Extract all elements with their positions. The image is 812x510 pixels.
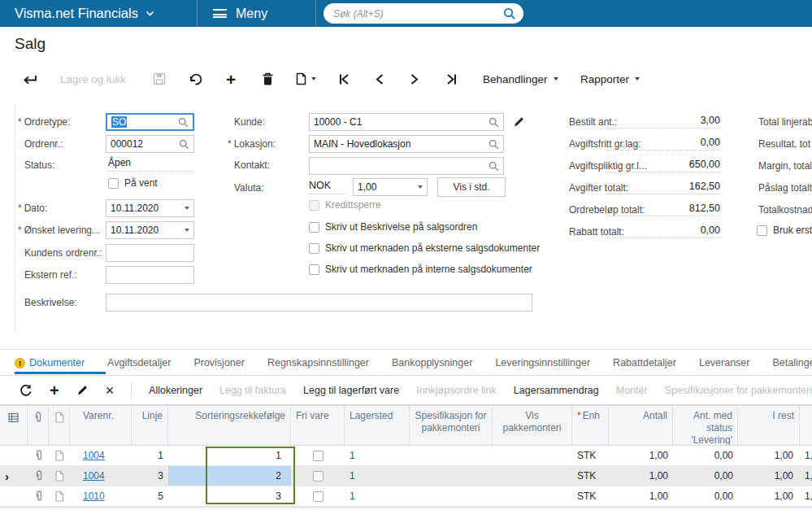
varenr-link[interactable]: 1004	[83, 450, 105, 461]
header-enh[interactable]: *Enh	[572, 406, 609, 445]
undo-icon[interactable]	[189, 70, 203, 88]
antall-cell[interactable]: 1,00	[609, 446, 673, 465]
print-internal-note-checkbox[interactable]: Skriv ut merknaden på interne salgsdokum…	[309, 264, 532, 275]
spesifikasjon-cell[interactable]	[410, 446, 493, 465]
spesifikasjoner-pakkemontering-button[interactable]: Spesifikasjoner for pakkemonteri	[665, 385, 812, 396]
copy-paste-button[interactable]	[296, 70, 316, 88]
varenr-link[interactable]: 1010	[83, 490, 105, 502]
delete-row-button[interactable]: ×	[106, 383, 115, 398]
row-selector-cell[interactable]	[0, 446, 28, 465]
save-icon[interactable]	[153, 70, 166, 88]
kundens-ordrenr-input[interactable]	[111, 247, 189, 259]
delete-icon[interactable]	[262, 70, 274, 88]
innkjopsordre-link-button[interactable]: Innkjøpsordre link	[416, 385, 497, 396]
lagersted-cell[interactable]: 1	[345, 446, 410, 465]
onsket-caret-icon[interactable]	[185, 229, 189, 232]
vis-pakkemontering-cell[interactable]	[493, 446, 572, 465]
note-icon[interactable]	[49, 446, 70, 465]
attachments-column-paperclip-icon[interactable]	[28, 406, 49, 445]
kunde-edit-pencil-icon[interactable]	[513, 116, 525, 128]
rapporter-menu-button[interactable]: Rapporter	[580, 70, 640, 88]
bruk-erstatning-checkbox-box[interactable]	[757, 225, 767, 236]
pa-vent-checkbox[interactable]: På vent	[108, 177, 158, 189]
grid-settings-icon[interactable]	[0, 406, 28, 445]
grid-row-2-selected[interactable]: › 1004 3 2 1 STK 1,00 0,00 1,00 1,00	[0, 466, 812, 486]
valuta-caret-icon[interactable]	[418, 185, 423, 189]
vis-i-std-button[interactable]: Vis i std.	[437, 177, 506, 197]
bruk-erstatning-checkbox[interactable]: Bruk erst	[757, 224, 812, 236]
kontakt-input[interactable]	[314, 160, 489, 172]
go-previous-button[interactable]	[374, 70, 384, 88]
go-first-button[interactable]	[338, 70, 350, 88]
varenr-cell[interactable]: 1004	[70, 446, 132, 465]
grid-row-1[interactable]: 1004 1 1 1 STK 1,00 0,00 1,00 1,00	[0, 446, 812, 466]
kundens-ordrenr-field[interactable]	[106, 244, 194, 262]
beskrivelse-field[interactable]	[106, 294, 532, 312]
tab-betalinger[interactable]: Betalinger	[772, 357, 812, 368]
tab-regnskapsinnstillinger[interactable]: Regnskapsinnstillinger	[267, 357, 369, 368]
grid-row-3[interactable]: 1010 5 3 1 STK 1,00 0,00 1,00 1,00	[0, 486, 812, 507]
linje-cell[interactable]: 3	[132, 466, 168, 486]
legg-til-faktura-button[interactable]: Legg til faktura	[219, 385, 286, 396]
kontakt-field[interactable]	[309, 157, 504, 175]
tab-rabattdetaljer[interactable]: Rabattdetaljer	[613, 357, 676, 368]
refresh-icon[interactable]	[20, 384, 33, 397]
tab-bankopplysninger[interactable]: Bankopplysninger	[392, 357, 472, 368]
lokasjon-lookup-icon[interactable]	[489, 139, 499, 150]
edit-row-pencil-icon[interactable]	[76, 384, 89, 396]
ordretype-lookup-icon[interactable]	[178, 117, 189, 128]
go-next-button[interactable]	[410, 70, 420, 88]
save-and-close-button[interactable]: Lagre og lukk	[60, 70, 126, 88]
header-vis-pakkemontering[interactable]: Vis pakkemonteri	[493, 406, 572, 445]
beskrivelse-input[interactable]	[111, 297, 528, 308]
tab-provisjoner[interactable]: Provisjoner	[193, 357, 245, 368]
varenr-cell[interactable]: 1010	[70, 486, 132, 506]
note-icon[interactable]	[49, 486, 70, 506]
fri-vare-checkbox[interactable]	[313, 491, 323, 502]
pa-vent-checkbox-box[interactable]	[108, 178, 119, 189]
global-search[interactable]	[323, 3, 523, 24]
dato-caret-icon[interactable]	[185, 207, 189, 210]
sorteringsrekkefolge-cell[interactable]: 3	[168, 486, 291, 506]
row-selector-cell[interactable]	[0, 486, 28, 506]
tab-leveringsinnstillinger[interactable]: Leveringsinnstillinger	[495, 357, 590, 368]
kunde-lookup-icon[interactable]	[489, 117, 499, 128]
spesifikasjon-cell[interactable]	[410, 486, 493, 506]
add-record-button[interactable]: +	[226, 70, 236, 88]
allokeringer-button[interactable]: Allokeringer	[149, 385, 202, 396]
lagersted-cell[interactable]: 1	[345, 466, 410, 486]
ant-med-status-cell[interactable]: 0,00	[673, 446, 738, 465]
header-ant-med-status[interactable]: Ant. med status 'Levering'	[673, 406, 738, 445]
cut-column-cell[interactable]: 1,00	[800, 446, 812, 465]
fri-vare-cell[interactable]	[291, 446, 345, 465]
i-rest-cell[interactable]: 1,00	[738, 486, 800, 506]
cut-column-cell[interactable]: 1,00	[800, 466, 812, 486]
paperclip-icon[interactable]	[28, 446, 49, 465]
add-row-button[interactable]: +	[50, 382, 59, 399]
enh-cell[interactable]: STK	[572, 466, 609, 486]
print-internal-note-checkbox-box[interactable]	[309, 264, 319, 275]
kredittsperre-checkbox[interactable]: Kredittsperre	[309, 199, 381, 211]
header-fri-vare[interactable]: Fri vare	[291, 406, 345, 445]
brand-menu[interactable]: Visma.net Financials	[15, 0, 154, 27]
paperclip-icon[interactable]	[28, 486, 49, 506]
ant-med-status-cell[interactable]: 0,00	[673, 486, 738, 506]
print-external-note-checkbox[interactable]: Skriv ut merknaden på eksterne salgsdoku…	[309, 242, 540, 254]
antall-cell[interactable]: 1,00	[609, 466, 673, 486]
header-lagersted[interactable]: Lagersted	[345, 406, 410, 445]
sorteringsrekkefolge-cell-active[interactable]: 2	[168, 466, 291, 486]
print-description-checkbox[interactable]: Skriv ut Beskrivelse på salgsordren	[309, 221, 477, 233]
onsket-levering-field[interactable]: 10.11.2020	[106, 221, 194, 239]
lagersammendrag-button[interactable]: Lagersammendrag	[514, 385, 599, 396]
i-rest-cell[interactable]: 1,00	[738, 466, 800, 486]
valuta-rate-combo[interactable]: 1,00	[353, 178, 428, 196]
antall-cell[interactable]: 1,00	[609, 486, 673, 506]
print-external-note-checkbox-box[interactable]	[309, 243, 319, 254]
fri-vare-checkbox[interactable]	[313, 471, 323, 482]
kontakt-lookup-icon[interactable]	[489, 161, 499, 172]
fri-vare-checkbox[interactable]	[313, 451, 323, 461]
vis-pakkemontering-cell[interactable]	[493, 466, 572, 486]
tab-dokumenter[interactable]: ! Dokumenter	[15, 357, 85, 368]
enh-cell[interactable]: STK	[572, 486, 609, 506]
i-rest-cell[interactable]: 1,00	[738, 446, 800, 465]
